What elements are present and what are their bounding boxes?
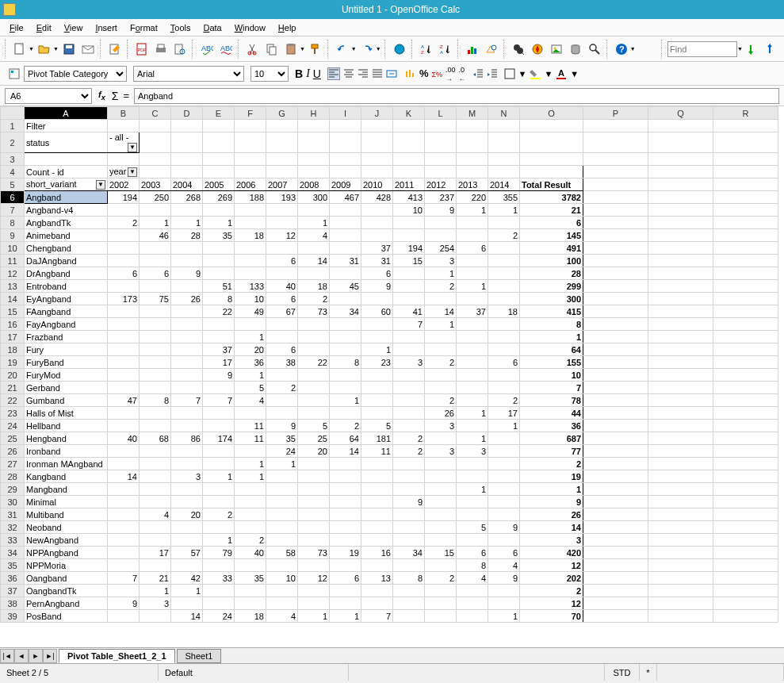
cell[interactable]: 2 <box>425 280 457 293</box>
cell[interactable]: NPPMoria <box>25 559 108 572</box>
cell[interactable] <box>393 559 425 572</box>
cell[interactable] <box>425 508 457 521</box>
col-header-L[interactable]: L <box>425 107 457 120</box>
cell[interactable]: Ironman MAngband <box>25 458 108 470</box>
cell[interactable] <box>583 255 648 267</box>
cell[interactable] <box>330 483 361 496</box>
undo-icon[interactable] <box>334 40 351 58</box>
cell[interactable] <box>393 420 425 432</box>
cell[interactable]: 2 <box>488 229 520 242</box>
cell[interactable] <box>330 585 361 597</box>
cell[interactable] <box>488 508 520 521</box>
cell[interactable]: 202 <box>520 572 583 585</box>
cell[interactable] <box>108 610 140 623</box>
chart-icon[interactable] <box>464 40 481 58</box>
cell[interactable] <box>330 382 361 394</box>
cell[interactable] <box>203 318 235 331</box>
cell[interactable]: year▼ <box>108 166 140 178</box>
cell[interactable]: 6 <box>488 356 520 369</box>
cell[interactable]: 21 <box>140 572 171 585</box>
cell[interactable]: 3 <box>140 597 171 610</box>
cell[interactable]: 42 <box>171 572 203 585</box>
row-header[interactable]: 3 <box>1 153 25 166</box>
cell[interactable] <box>330 407 361 420</box>
cell[interactable]: Oangband <box>25 572 108 585</box>
sort-asc-icon[interactable]: AZ <box>418 40 435 58</box>
cell[interactable] <box>203 483 235 496</box>
cell[interactable]: 36 <box>235 356 266 369</box>
row-header[interactable]: 13 <box>1 280 25 293</box>
cell[interactable] <box>457 585 488 597</box>
cell[interactable] <box>583 267 648 280</box>
sum-icon[interactable]: Σ <box>112 90 119 102</box>
cell[interactable] <box>393 610 425 623</box>
row-header[interactable]: 15 <box>1 305 25 318</box>
cell[interactable] <box>235 585 266 597</box>
cell[interactable] <box>713 483 778 496</box>
cell[interactable] <box>488 132 520 153</box>
cell[interactable]: 86 <box>171 432 203 445</box>
col-header-Q[interactable]: Q <box>648 107 713 120</box>
cell[interactable]: Mangband <box>25 483 108 496</box>
cell[interactable] <box>171 458 203 470</box>
cell[interactable] <box>713 267 778 280</box>
cell[interactable]: PernAngband <box>25 597 108 610</box>
sheet-tab-pivot[interactable]: Pivot Table_Sheet1_2_1 <box>59 649 175 663</box>
cell[interactable]: 2 <box>108 217 140 229</box>
cell[interactable] <box>361 458 393 470</box>
cell[interactable]: 491 <box>520 242 583 255</box>
cell[interactable]: 7 <box>393 318 425 331</box>
cell[interactable] <box>140 305 171 318</box>
cell[interactable]: 12 <box>520 597 583 610</box>
cell[interactable] <box>520 166 583 178</box>
cell[interactable] <box>393 483 425 496</box>
cell[interactable]: 33 <box>203 572 235 585</box>
cell[interactable] <box>298 382 330 394</box>
cell[interactable]: 1 <box>488 204 520 217</box>
col-header-N[interactable]: N <box>488 107 520 120</box>
cell[interactable] <box>140 407 171 420</box>
cell[interactable]: Fury <box>25 343 108 356</box>
cell[interactable] <box>583 217 648 229</box>
cell[interactable]: 4 <box>266 610 298 623</box>
justify-icon[interactable] <box>372 68 383 79</box>
cell[interactable] <box>298 267 330 280</box>
cell[interactable]: 35 <box>266 432 298 445</box>
cell[interactable]: 1 <box>266 458 298 470</box>
row-header[interactable]: 23 <box>1 407 25 420</box>
open-icon[interactable] <box>36 40 53 58</box>
cell[interactable]: 1 <box>203 217 235 229</box>
cell[interactable]: 78 <box>520 394 583 407</box>
cell[interactable] <box>171 318 203 331</box>
cell[interactable] <box>298 166 330 178</box>
row-header[interactable]: 14 <box>1 293 25 305</box>
cell[interactable] <box>457 610 488 623</box>
cell[interactable] <box>266 153 298 166</box>
menu-window[interactable]: Window <box>228 21 272 34</box>
cell[interactable] <box>330 331 361 343</box>
cell[interactable] <box>713 458 778 470</box>
new-doc-icon[interactable] <box>11 40 29 58</box>
cell[interactable] <box>425 293 457 305</box>
cell[interactable] <box>457 356 488 369</box>
cell[interactable] <box>361 132 393 153</box>
cell[interactable] <box>203 585 235 597</box>
cell[interactable]: 1 <box>235 470 266 483</box>
cell[interactable] <box>520 153 583 166</box>
cell[interactable] <box>298 585 330 597</box>
menu-edit[interactable]: Edit <box>30 21 58 34</box>
cell[interactable]: 11 <box>235 420 266 432</box>
cell[interactable]: 36 <box>520 420 583 432</box>
cell[interactable] <box>140 470 171 483</box>
cell[interactable] <box>648 559 713 572</box>
cell[interactable]: 12 <box>298 572 330 585</box>
equals-icon[interactable]: = <box>123 90 129 102</box>
cell[interactable]: 467 <box>330 191 361 204</box>
cell[interactable]: 9 <box>203 369 235 382</box>
cell[interactable] <box>583 470 648 483</box>
cell[interactable]: 300 <box>298 191 330 204</box>
cell[interactable] <box>266 394 298 407</box>
cell[interactable] <box>488 534 520 547</box>
font-size-select[interactable]: 10 <box>250 66 289 82</box>
cell[interactable] <box>108 458 140 470</box>
